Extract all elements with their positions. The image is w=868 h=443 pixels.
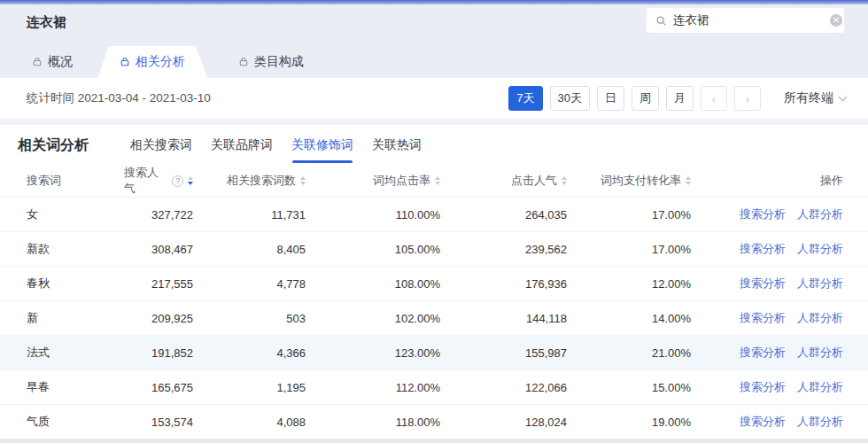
info-icon[interactable]: ?: [172, 175, 183, 187]
search-analysis-link[interactable]: 搜索分析: [740, 414, 786, 430]
cell-popularity: 191,852: [124, 346, 193, 360]
cell-conversion: 14.00%: [567, 312, 691, 325]
cell-click-rate: 102.00%: [306, 312, 440, 325]
cell-word: 新: [0, 310, 124, 326]
clear-icon[interactable]: ✕: [830, 14, 842, 27]
page-header: 连衣裙 ✕ 概况 相关分析: [0, 4, 868, 78]
crowd-analysis-link[interactable]: 人群分析: [797, 345, 843, 361]
keywords-table: 搜索词 搜索人气 ? 相关搜索词数 词均点击率 点击人气 词均支付转化率 操作 …: [0, 165, 868, 439]
section-divider: [0, 119, 868, 125]
tab-overview[interactable]: 概况: [12, 46, 92, 78]
prev-button[interactable]: ‹: [701, 86, 727, 111]
period-day-button[interactable]: 日: [597, 86, 624, 111]
search-input[interactable]: [673, 14, 830, 27]
cell-conversion: 17.00%: [567, 243, 691, 256]
next-button[interactable]: ›: [734, 86, 761, 111]
cell-conversion: 15.00%: [567, 381, 691, 394]
column-header-word: 搜索词: [0, 173, 124, 189]
tab-related-analysis[interactable]: 相关分析: [97, 46, 207, 78]
tab-category-composition[interactable]: 类目构成: [225, 46, 317, 78]
section-tabs: 相关搜索词 关联品牌词 关联修饰词 关联热词: [130, 125, 422, 165]
cell-click-rate: 105.00%: [306, 243, 440, 256]
cell-related-count: 503: [193, 312, 306, 325]
search-analysis-link[interactable]: 搜索分析: [740, 310, 786, 326]
table-row[interactable]: 法式 191,852 4,366 123.00% 155,987 21.00% …: [0, 335, 868, 369]
cell-click-rate: 110.00%: [306, 208, 440, 222]
period-month-button[interactable]: 月: [666, 86, 694, 111]
cell-conversion: 12.00%: [567, 277, 691, 291]
cell-related-count: 8,405: [193, 243, 306, 256]
table-row[interactable]: 新款 308,467 8,405 105.00% 239,562 17.00% …: [0, 231, 868, 266]
bag-icon: [120, 57, 130, 67]
column-header-popularity[interactable]: 搜索人气 ?: [124, 165, 193, 197]
crowd-analysis-link[interactable]: 人群分析: [797, 206, 843, 222]
cell-click-rate: 118.00%: [306, 416, 440, 429]
cell-click-popularity: 122,066: [440, 381, 567, 394]
table-header-row: 搜索词 搜索人气 ? 相关搜索词数 词均点击率 点击人气 词均支付转化率 操作: [0, 165, 868, 197]
crowd-analysis-link[interactable]: 人群分析: [797, 241, 843, 257]
table-row[interactable]: 春秋 217,555 4,778 108.00% 176,936 12.00% …: [0, 266, 868, 300]
cell-popularity: 327,722: [124, 208, 193, 222]
table-row[interactable]: 早春 165,675 1,195 112.00% 122,066 15.00% …: [0, 369, 868, 404]
cell-word: 女: [0, 206, 124, 222]
cell-popularity: 209,925: [124, 312, 193, 325]
search-analysis-link[interactable]: 搜索分析: [740, 206, 786, 222]
terminal-select[interactable]: 所有终端: [784, 90, 846, 106]
crowd-analysis-link[interactable]: 人群分析: [797, 414, 843, 430]
cell-related-count: 4,778: [193, 277, 306, 291]
cell-click-popularity: 155,987: [440, 346, 567, 360]
cell-related-count: 11,731: [193, 208, 306, 222]
column-label: 相关搜索词数: [227, 173, 296, 189]
section-title: 相关词分析: [18, 136, 89, 155]
cell-word: 早春: [0, 379, 124, 395]
column-label: 搜索人气: [124, 165, 168, 197]
crowd-analysis-link[interactable]: 人群分析: [797, 310, 843, 326]
search-icon: [655, 15, 667, 27]
stats-time: 统计时间 2021-03-04 - 2021-03-10: [27, 90, 211, 106]
crowd-analysis-link[interactable]: 人群分析: [797, 379, 843, 395]
tab-label: 类目构成: [254, 54, 304, 70]
cell-click-rate: 123.00%: [306, 346, 440, 360]
bag-icon: [32, 57, 43, 67]
tab-label: 相关分析: [136, 54, 185, 70]
table-row[interactable]: 新 209,925 503 102.00% 144,118 14.00% 搜索分…: [0, 300, 868, 335]
tab-brand-words[interactable]: 关联品牌词: [211, 137, 273, 153]
column-label: 词均点击率: [373, 173, 430, 189]
cell-word: 法式: [0, 345, 124, 361]
cell-word: 春秋: [0, 276, 124, 291]
period-30d-button[interactable]: 30天: [550, 86, 590, 111]
cell-click-rate: 108.00%: [306, 277, 440, 291]
period-week-button[interactable]: 周: [632, 86, 659, 111]
cell-popularity: 217,555: [124, 277, 193, 291]
cell-click-rate: 112.00%: [306, 381, 440, 394]
period-controls: 7天 30天 日 周 月 ‹ › 所有终端: [508, 86, 846, 111]
search-box[interactable]: ✕: [647, 8, 844, 33]
search-analysis-link[interactable]: 搜索分析: [740, 379, 786, 395]
period-7d-button[interactable]: 7天: [508, 86, 542, 111]
cell-actions: 搜索分析 人群分析: [691, 414, 868, 430]
column-header-click-popularity[interactable]: 点击人气: [440, 173, 567, 189]
table-row[interactable]: 女 327,722 11,731 110.00% 264,035 17.00% …: [0, 197, 868, 231]
column-header-conversion[interactable]: 词均支付转化率: [567, 173, 691, 189]
tab-hot-words[interactable]: 关联热词: [372, 137, 422, 153]
cell-click-popularity: 144,118: [440, 312, 567, 325]
column-label: 点击人气: [511, 173, 557, 189]
cell-click-popularity: 239,562: [440, 243, 567, 256]
cell-click-popularity: 264,035: [440, 208, 567, 222]
cell-conversion: 21.00%: [567, 346, 691, 360]
column-header-click-rate[interactable]: 词均点击率: [306, 173, 440, 189]
search-analysis-link[interactable]: 搜索分析: [740, 241, 786, 257]
tab-label: 概况: [48, 54, 73, 70]
column-header-related-count[interactable]: 相关搜索词数: [193, 173, 306, 189]
tab-related-search-words[interactable]: 相关搜索词: [130, 137, 192, 153]
chevron-down-icon: [839, 92, 848, 101]
search-analysis-link[interactable]: 搜索分析: [740, 345, 786, 361]
search-analysis-link[interactable]: 搜索分析: [740, 276, 786, 291]
cell-actions: 搜索分析 人群分析: [691, 310, 868, 326]
cell-click-popularity: 128,024: [440, 416, 567, 429]
crowd-analysis-link[interactable]: 人群分析: [797, 276, 843, 291]
bottom-edge: [0, 439, 868, 443]
tab-modifier-words[interactable]: 关联修饰词: [291, 137, 353, 153]
table-row[interactable]: 气质 153,574 4,088 118.00% 128,024 19.00% …: [0, 404, 868, 439]
cell-word: 气质: [0, 414, 124, 430]
